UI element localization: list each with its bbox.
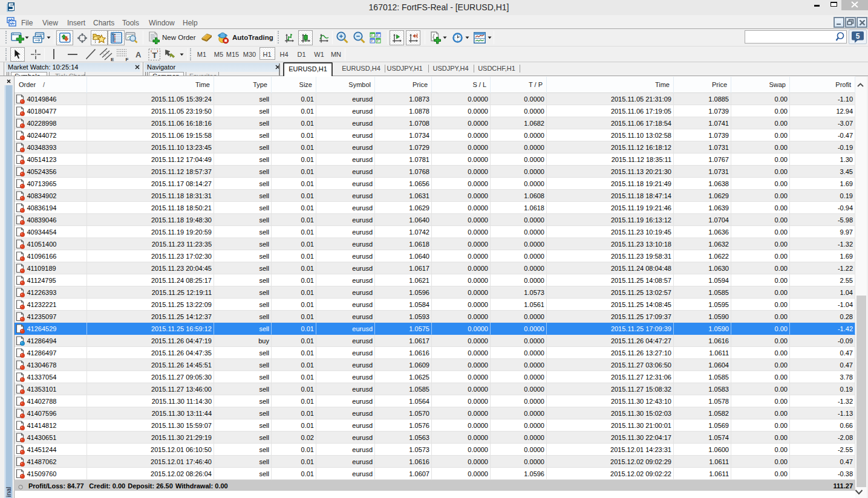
svg-text:F: F xyxy=(126,57,129,62)
svg-text:E: E xyxy=(111,57,114,62)
svg-text:5: 5 xyxy=(856,32,860,40)
svg-text:T: T xyxy=(152,51,157,60)
